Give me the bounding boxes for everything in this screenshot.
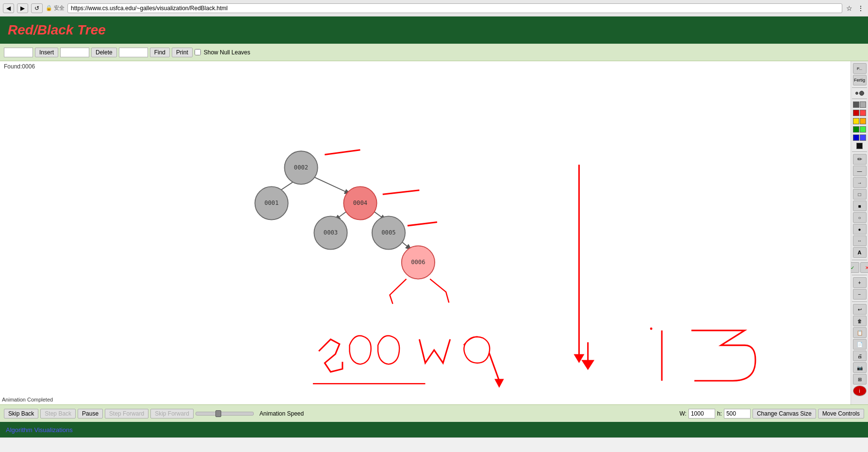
h-input[interactable] (724, 409, 751, 419)
pen-large[interactable] (859, 91, 864, 96)
undo-btn[interactable]: ↩ (853, 304, 867, 315)
node-0003-label: 0003 (324, 229, 338, 236)
annotation-5 (319, 339, 343, 372)
confirm-check[interactable]: ✓ (851, 262, 859, 273)
skip-forward-button[interactable]: Skip Forward (150, 409, 194, 419)
color-row-green (853, 126, 866, 133)
menu-button[interactable]: ⋮ (856, 3, 865, 13)
annotation-b (691, 331, 755, 381)
copy-btn[interactable]: 📋 (853, 327, 867, 338)
color-row-red (853, 110, 866, 116)
node-0004-label: 0004 (353, 200, 367, 206)
color-gray-light[interactable] (860, 101, 866, 108)
annotation-dash-1 (325, 150, 360, 155)
color-black[interactable] (856, 143, 863, 149)
algorithm-viz-link[interactable]: Algorithm Visualizations (6, 426, 73, 434)
address-bar[interactable] (67, 3, 842, 13)
browser-status-bar (0, 437, 868, 452)
insert-input[interactable] (4, 48, 33, 57)
tool-rect[interactable]: □ (853, 189, 867, 200)
pen-size-row (855, 91, 864, 96)
annotation-9-tail (489, 353, 499, 381)
back-button[interactable]: ◀ (3, 3, 14, 13)
color-row-black (856, 143, 863, 149)
print-button[interactable]: Print (172, 48, 193, 57)
paste-btn[interactable]: 📄 (853, 339, 867, 350)
color-blue-dark[interactable] (853, 134, 859, 141)
confirm-x[interactable]: ✕ (860, 262, 868, 273)
grid-btn[interactable]: ⊞ (853, 374, 867, 385)
node-0005-label: 0005 (381, 229, 395, 236)
visualization-canvas[interactable]: 0002 0001 0004 0003 0005 0006 (0, 61, 851, 404)
found-status: Found:0006 (4, 63, 35, 70)
insert-button[interactable]: Insert (35, 48, 58, 57)
tool-rect-filled[interactable]: ■ (853, 201, 867, 211)
color-red-light[interactable] (860, 110, 866, 116)
animation-status: Animation Completed (2, 397, 53, 402)
panel-settings-btn[interactable]: P... (853, 63, 867, 74)
tool-double-arrow[interactable]: ↔ (853, 235, 867, 246)
annotation-arrow-left (390, 279, 406, 304)
move-controls-button[interactable]: Move Controls (818, 409, 864, 419)
find-button[interactable]: Find (150, 48, 170, 57)
zoom-out-btn[interactable]: − (853, 289, 867, 300)
delete-button[interactable]: Delete (91, 48, 117, 57)
tool-text[interactable]: A (853, 247, 867, 258)
pause-button[interactable]: Pause (78, 409, 103, 419)
annotation-w (419, 339, 450, 363)
color-red-dark[interactable] (853, 110, 859, 116)
show-null-checkbox[interactable] (195, 49, 201, 55)
page-title: Red/Black Tree (8, 22, 106, 37)
tool-pencil[interactable]: ✏ (853, 154, 867, 165)
tool-line[interactable]: — (853, 166, 867, 176)
browser-chrome: ◀ ▶ ↺ 🔒 安全 ☆ ⋮ (0, 0, 868, 17)
step-back-button[interactable]: Step Back (40, 409, 76, 419)
forward-button[interactable]: ▶ (17, 3, 28, 13)
page-wrapper: Red/Black Tree Insert Delete Find Print … (0, 17, 868, 452)
tool-arrow[interactable]: → (853, 177, 867, 188)
annotation-arrow-right (430, 279, 449, 303)
print-panel-btn[interactable]: 🖨 (853, 351, 867, 361)
tool-ellipse-filled[interactable]: ● (853, 224, 867, 234)
panel-fertig-btn[interactable]: Fertig (853, 75, 867, 85)
trash-btn[interactable]: 🗑 (853, 316, 867, 326)
info-btn[interactable]: i (853, 385, 867, 396)
node-0006-label: 0006 (411, 259, 425, 266)
speed-handle[interactable] (215, 410, 221, 417)
refresh-button[interactable]: ↺ (31, 3, 43, 13)
tool-ellipse[interactable]: ○ (853, 212, 867, 223)
pen-small[interactable] (855, 92, 858, 95)
right-panel: P... Fertig (851, 61, 868, 404)
color-blue-light[interactable] (860, 134, 866, 141)
step-forward-button[interactable]: Step Forward (105, 409, 148, 419)
secure-label: 🔒 安全 (46, 4, 65, 12)
color-row-blue (853, 134, 866, 141)
annotation-dot (650, 328, 653, 330)
color-row-gray (853, 101, 866, 108)
color-green-dark[interactable] (853, 126, 859, 133)
bottom-bar: Skip Back Step Back Pause Step Forward S… (0, 404, 868, 422)
main-area: Found:0006 (0, 61, 868, 404)
skip-back-button[interactable]: Skip Back (4, 409, 38, 419)
color-row-yellow (853, 118, 866, 124)
toolbar: Insert Delete Find Print Show Null Leave… (0, 44, 868, 61)
zoom-in-btn[interactable]: + (853, 277, 867, 288)
color-orange[interactable] (860, 118, 866, 124)
star-button[interactable]: ☆ (845, 3, 853, 13)
edge-0002-0004 (313, 177, 351, 195)
delete-input[interactable] (60, 48, 89, 57)
color-yellow[interactable] (853, 118, 859, 124)
color-green-light[interactable] (860, 126, 866, 133)
speed-slider-area: Animation Speed (196, 410, 678, 417)
find-input[interactable] (119, 48, 148, 57)
w-input[interactable] (688, 409, 715, 419)
speed-track[interactable] (196, 412, 254, 416)
color-gray-dark[interactable] (853, 101, 859, 108)
canvas-container[interactable]: Found:0006 (0, 61, 851, 404)
annotation-9-arrow (494, 379, 504, 388)
camera-btn[interactable]: 📷 (853, 362, 867, 373)
page-footer: Algorithm Visualizations (0, 422, 868, 437)
annotation-9 (464, 337, 490, 363)
change-canvas-button[interactable]: Change Canvas Size (753, 409, 816, 419)
annotation-down-arrow1 (581, 360, 594, 370)
